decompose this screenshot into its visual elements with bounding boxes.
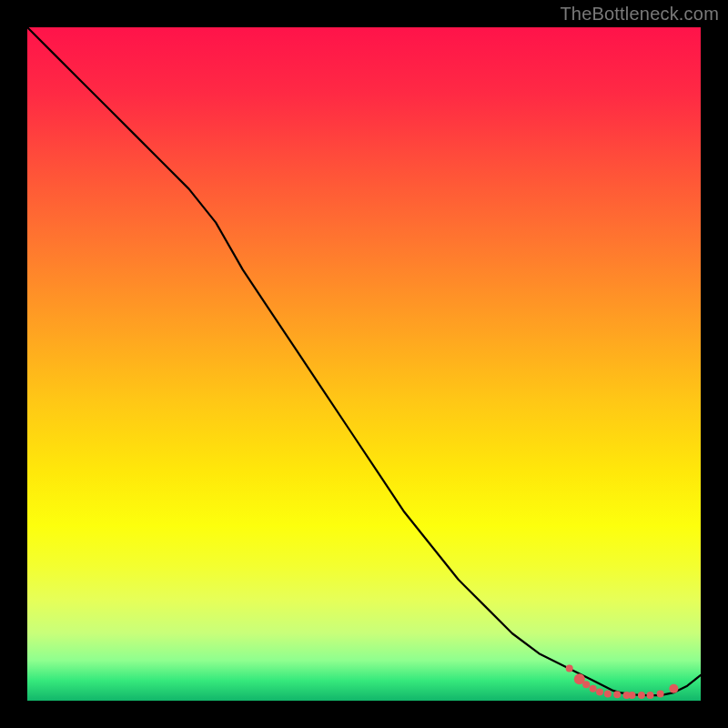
chart-marker (638, 692, 645, 699)
watermark-label: TheBottleneck.com (560, 4, 719, 25)
chart-marker (582, 681, 590, 688)
chart-marker (566, 665, 573, 672)
chart-marker (647, 692, 654, 699)
chart-marker (629, 692, 636, 699)
chart-curve (27, 27, 701, 695)
chart-marker (613, 691, 621, 698)
chart-plot-area (27, 27, 701, 701)
chart-overlay (27, 27, 701, 701)
chart-marker (596, 688, 603, 695)
chart-marker (657, 691, 664, 698)
chart-marker (604, 691, 612, 698)
chart-marker (590, 685, 597, 693)
chart-frame: TheBottleneck.com (0, 0, 728, 728)
chart-marker (669, 684, 678, 693)
